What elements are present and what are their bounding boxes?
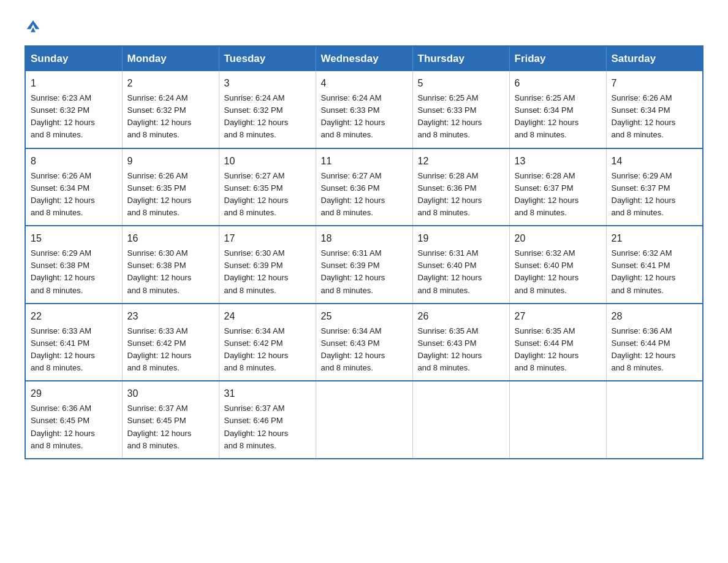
calendar-header-friday: Friday [509,46,606,71]
calendar-week-row: 8Sunrise: 6:26 AMSunset: 6:34 PMDaylight… [25,148,703,226]
calendar-cell: 15Sunrise: 6:29 AMSunset: 6:38 PMDayligh… [25,226,122,304]
day-number: 2 [127,76,214,91]
day-info: Sunrise: 6:33 AMSunset: 6:41 PMDaylight:… [31,325,117,375]
day-info: Sunrise: 6:29 AMSunset: 6:37 PMDaylight:… [612,170,698,220]
calendar-cell: 4Sunrise: 6:24 AMSunset: 6:33 PMDaylight… [316,71,412,148]
calendar-cell: 12Sunrise: 6:28 AMSunset: 6:36 PMDayligh… [412,148,509,226]
day-number: 28 [612,309,698,324]
calendar-cell: 28Sunrise: 6:36 AMSunset: 6:44 PMDayligh… [606,304,703,381]
calendar-cell: 22Sunrise: 6:33 AMSunset: 6:41 PMDayligh… [25,304,122,381]
calendar-cell: 1Sunrise: 6:23 AMSunset: 6:32 PMDaylight… [25,71,122,148]
calendar-cell: 30Sunrise: 6:37 AMSunset: 6:45 PMDayligh… [122,381,219,459]
day-info: Sunrise: 6:35 AMSunset: 6:43 PMDaylight:… [418,325,504,375]
day-number: 15 [31,231,117,246]
day-number: 16 [127,231,214,246]
calendar-cell: 27Sunrise: 6:35 AMSunset: 6:44 PMDayligh… [509,304,606,381]
calendar-cell: 24Sunrise: 6:34 AMSunset: 6:42 PMDayligh… [219,304,316,381]
calendar-cell [316,381,412,459]
calendar-header-saturday: Saturday [606,46,703,71]
calendar-header-monday: Monday [122,46,219,71]
day-info: Sunrise: 6:26 AMSunset: 6:34 PMDaylight:… [612,92,698,142]
calendar-cell: 11Sunrise: 6:27 AMSunset: 6:36 PMDayligh… [316,148,412,226]
day-number: 30 [127,386,214,401]
logo-icon [26,18,40,33]
calendar-cell [412,381,509,459]
day-info: Sunrise: 6:30 AMSunset: 6:39 PMDaylight:… [224,247,311,297]
day-info: Sunrise: 6:25 AMSunset: 6:33 PMDaylight:… [418,92,504,142]
calendar-cell: 17Sunrise: 6:30 AMSunset: 6:39 PMDayligh… [219,226,316,304]
calendar-cell: 5Sunrise: 6:25 AMSunset: 6:33 PMDaylight… [412,71,509,148]
day-info: Sunrise: 6:36 AMSunset: 6:45 PMDaylight:… [31,402,117,452]
calendar-cell: 20Sunrise: 6:32 AMSunset: 6:40 PMDayligh… [509,226,606,304]
day-number: 25 [321,309,408,324]
day-info: Sunrise: 6:34 AMSunset: 6:42 PMDaylight:… [224,325,311,375]
calendar-cell: 2Sunrise: 6:24 AMSunset: 6:32 PMDaylight… [122,71,219,148]
calendar-cell: 7Sunrise: 6:26 AMSunset: 6:34 PMDaylight… [606,71,703,148]
day-info: Sunrise: 6:23 AMSunset: 6:32 PMDaylight:… [31,92,117,142]
calendar-header-tuesday: Tuesday [219,46,316,71]
day-number: 24 [224,309,311,324]
day-number: 4 [321,76,408,91]
day-info: Sunrise: 6:31 AMSunset: 6:39 PMDaylight:… [321,247,408,297]
day-number: 1 [31,76,117,91]
day-info: Sunrise: 6:24 AMSunset: 6:32 PMDaylight:… [224,92,311,142]
calendar-cell: 9Sunrise: 6:26 AMSunset: 6:35 PMDaylight… [122,148,219,226]
day-number: 7 [612,76,698,91]
day-info: Sunrise: 6:26 AMSunset: 6:35 PMDaylight:… [127,170,214,220]
calendar-header-wednesday: Wednesday [316,46,412,71]
calendar-table: SundayMondayTuesdayWednesdayThursdayFrid… [25,45,703,459]
day-info: Sunrise: 6:27 AMSunset: 6:36 PMDaylight:… [321,170,408,220]
calendar-cell: 26Sunrise: 6:35 AMSunset: 6:43 PMDayligh… [412,304,509,381]
calendar-week-row: 22Sunrise: 6:33 AMSunset: 6:41 PMDayligh… [25,304,703,381]
calendar-week-row: 1Sunrise: 6:23 AMSunset: 6:32 PMDaylight… [25,71,703,148]
calendar-header-row: SundayMondayTuesdayWednesdayThursdayFrid… [25,46,703,71]
calendar-cell: 31Sunrise: 6:37 AMSunset: 6:46 PMDayligh… [219,381,316,459]
calendar-body: 1Sunrise: 6:23 AMSunset: 6:32 PMDaylight… [25,71,703,459]
calendar-cell: 3Sunrise: 6:24 AMSunset: 6:32 PMDaylight… [219,71,316,148]
day-number: 22 [31,309,117,324]
day-info: Sunrise: 6:32 AMSunset: 6:40 PMDaylight:… [515,247,601,297]
day-number: 3 [224,76,311,91]
day-info: Sunrise: 6:33 AMSunset: 6:42 PMDaylight:… [127,325,214,375]
day-number: 6 [515,76,601,91]
day-number: 8 [31,154,117,169]
day-info: Sunrise: 6:26 AMSunset: 6:34 PMDaylight:… [31,170,117,220]
calendar-cell: 21Sunrise: 6:32 AMSunset: 6:41 PMDayligh… [606,226,703,304]
day-number: 23 [127,309,214,324]
day-number: 12 [418,154,504,169]
calendar-cell [606,381,703,459]
calendar-cell: 25Sunrise: 6:34 AMSunset: 6:43 PMDayligh… [316,304,412,381]
calendar-cell: 14Sunrise: 6:29 AMSunset: 6:37 PMDayligh… [606,148,703,226]
calendar-week-row: 15Sunrise: 6:29 AMSunset: 6:38 PMDayligh… [25,226,703,304]
calendar-cell: 13Sunrise: 6:28 AMSunset: 6:37 PMDayligh… [509,148,606,226]
calendar-cell: 23Sunrise: 6:33 AMSunset: 6:42 PMDayligh… [122,304,219,381]
day-info: Sunrise: 6:30 AMSunset: 6:38 PMDaylight:… [127,247,214,297]
day-info: Sunrise: 6:24 AMSunset: 6:32 PMDaylight:… [127,92,214,142]
calendar-cell: 16Sunrise: 6:30 AMSunset: 6:38 PMDayligh… [122,226,219,304]
calendar-cell: 19Sunrise: 6:31 AMSunset: 6:40 PMDayligh… [412,226,509,304]
day-number: 19 [418,231,504,246]
day-number: 26 [418,309,504,324]
day-info: Sunrise: 6:37 AMSunset: 6:45 PMDaylight:… [127,402,214,452]
day-info: Sunrise: 6:37 AMSunset: 6:46 PMDaylight:… [224,402,311,452]
day-info: Sunrise: 6:27 AMSunset: 6:35 PMDaylight:… [224,170,311,220]
day-info: Sunrise: 6:24 AMSunset: 6:33 PMDaylight:… [321,92,408,142]
calendar-cell: 18Sunrise: 6:31 AMSunset: 6:39 PMDayligh… [316,226,412,304]
calendar-cell: 8Sunrise: 6:26 AMSunset: 6:34 PMDaylight… [25,148,122,226]
calendar-cell: 6Sunrise: 6:25 AMSunset: 6:34 PMDaylight… [509,71,606,148]
calendar-header-sunday: Sunday [25,46,122,71]
day-number: 11 [321,154,408,169]
day-info: Sunrise: 6:36 AMSunset: 6:44 PMDaylight:… [612,325,698,375]
day-info: Sunrise: 6:34 AMSunset: 6:43 PMDaylight:… [321,325,408,375]
calendar-cell [509,381,606,459]
day-number: 27 [515,309,601,324]
day-info: Sunrise: 6:25 AMSunset: 6:34 PMDaylight:… [515,92,601,142]
day-info: Sunrise: 6:32 AMSunset: 6:41 PMDaylight:… [612,247,698,297]
day-number: 31 [224,386,311,401]
logo [25,18,43,33]
calendar-header-thursday: Thursday [412,46,509,71]
calendar-week-row: 29Sunrise: 6:36 AMSunset: 6:45 PMDayligh… [25,381,703,459]
day-info: Sunrise: 6:31 AMSunset: 6:40 PMDaylight:… [418,247,504,297]
day-info: Sunrise: 6:29 AMSunset: 6:38 PMDaylight:… [31,247,117,297]
page-header [25,18,703,33]
